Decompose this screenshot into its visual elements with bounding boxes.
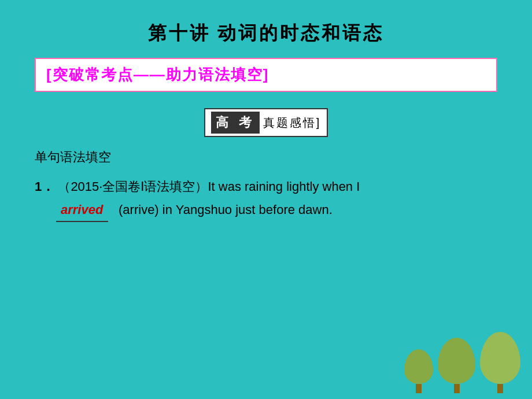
tree-top-small [404,349,433,384]
main-title: 第十讲 动词的时态和语态 [0,0,532,58]
tree-large [480,332,520,393]
tree-trunk-medium [454,384,460,393]
subtitle-text: [突破常考点——助力语法填空] [46,66,269,83]
question-block-1: 1． （2015·全国卷Ⅰ语法填空）It was raining lightly… [35,175,497,222]
subtitle-box: [突破常考点——助力语法填空] [35,58,497,92]
gaokao-badge: 高 考 真题感悟] [204,108,328,137]
tree-trunk-small [416,384,422,393]
tree-small [404,349,433,393]
tree-trunk-large [497,384,503,393]
question-hint-1: (arrive) in Yangshuo just before dawn. [119,202,332,217]
gaokao-badge-right: 真题感悟] [263,115,322,131]
gaokao-badge-left: 高 考 [211,112,260,134]
tree-medium [438,338,475,393]
question-answer-1: arrived [56,198,108,223]
section-label: 单句语法填空 [35,149,497,166]
question-number-1: 1． [35,179,54,194]
tree-top-medium [438,338,475,384]
question-context-1: （2015·全国卷Ⅰ语法填空）It was raining lightly wh… [58,179,360,194]
tree-top-large [480,332,520,384]
trees-decoration [404,332,520,393]
